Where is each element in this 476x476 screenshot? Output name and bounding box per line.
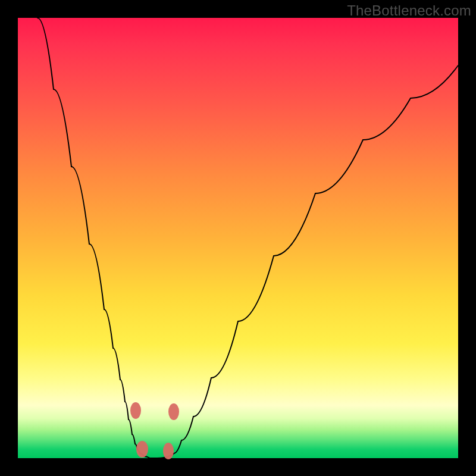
bead-right-upper — [168, 403, 179, 420]
marker-group — [130, 402, 179, 459]
plot-area — [18, 18, 458, 458]
watermark-text: TheBottleneck.com — [347, 2, 471, 19]
chart-frame: TheBottleneck.com — [0, 0, 476, 476]
curve-left-branch — [37, 18, 140, 453]
bead-right-lower — [163, 443, 174, 459]
curve-layer — [18, 18, 458, 458]
bead-left-lower — [136, 441, 148, 458]
bead-left-upper — [130, 402, 141, 419]
curve-right-branch — [174, 65, 458, 453]
